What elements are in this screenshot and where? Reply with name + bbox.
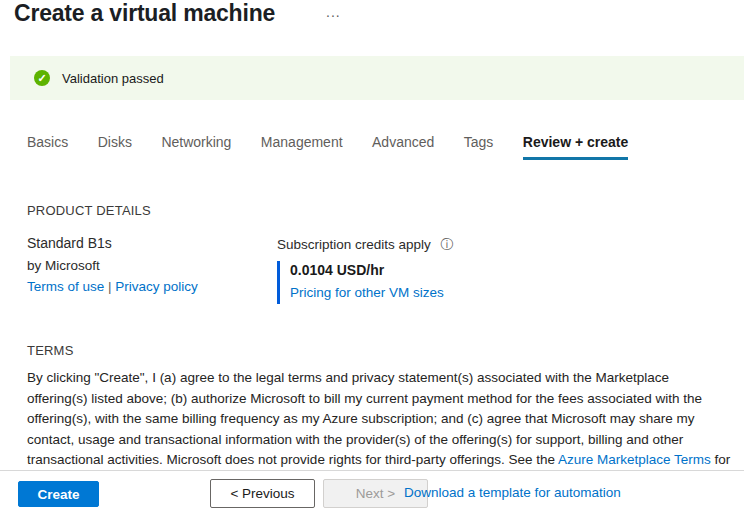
tab-disks[interactable]: Disks [98, 134, 132, 157]
price-box: 0.0104 USD/hr Pricing for other VM sizes [277, 261, 454, 304]
product-details-pricing: Subscription credits apply ⓘ 0.0104 USD/… [277, 236, 454, 304]
footer-action-bar: Create < Previous Next > Download a temp… [0, 470, 744, 529]
terms-of-use-link[interactable]: Terms of use [27, 279, 104, 294]
product-publisher: by Microsoft [27, 258, 198, 273]
terms-heading: TERMS [27, 343, 74, 358]
info-icon[interactable]: ⓘ [441, 236, 454, 254]
product-name: Standard B1s [27, 235, 198, 251]
product-details-left: Standard B1s by Microsoft Terms of use |… [27, 235, 198, 294]
pricing-other-vm-sizes-link[interactable]: Pricing for other VM sizes [290, 285, 444, 300]
ellipsis-icon: ... [326, 4, 341, 20]
create-vm-page: Create a virtual machine ... ✓ Validatio… [0, 0, 744, 529]
tab-advanced[interactable]: Advanced [372, 134, 434, 157]
price-value: 0.0104 USD/hr [290, 262, 454, 278]
privacy-policy-link[interactable]: Privacy policy [115, 279, 198, 294]
more-options-button[interactable]: ... [322, 2, 345, 22]
subscription-credits-label: Subscription credits apply [277, 237, 431, 252]
validation-banner: ✓ Validation passed [10, 56, 744, 100]
product-details-heading: PRODUCT DETAILS [27, 203, 151, 218]
success-check-icon: ✓ [34, 70, 50, 86]
product-legal-links: Terms of use | Privacy policy [27, 279, 198, 294]
tab-basics[interactable]: Basics [27, 134, 68, 157]
azure-marketplace-terms-link[interactable]: Azure Marketplace Terms [558, 452, 711, 467]
tab-management[interactable]: Management [261, 134, 343, 157]
previous-button[interactable]: < Previous [210, 479, 315, 508]
tab-networking[interactable]: Networking [161, 134, 231, 157]
tab-tags[interactable]: Tags [464, 134, 494, 157]
page-title: Create a virtual machine [14, 0, 275, 27]
validation-status-text: Validation passed [62, 71, 164, 86]
wizard-tabs: Basics Disks Networking Management Advan… [27, 133, 653, 160]
tab-review-create[interactable]: Review + create [523, 134, 628, 160]
create-button[interactable]: Create [18, 481, 99, 507]
link-separator: | [108, 279, 112, 294]
credits-row: Subscription credits apply ⓘ [277, 236, 454, 254]
download-template-link[interactable]: Download a template for automation [404, 485, 621, 500]
